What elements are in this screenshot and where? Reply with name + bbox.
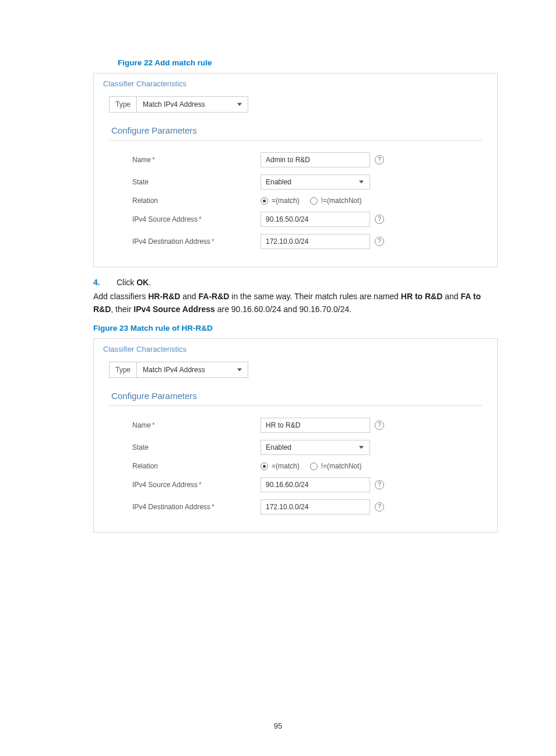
type-label: Type [109,96,136,113]
type-row: Type Match IPv4 Address [109,362,482,378]
step-number: 4. [93,278,117,287]
field-name: Admin to R&D ? [261,152,384,167]
radio-match-not[interactable] [310,463,318,470]
row-name: Name* Admin to R&D ? [109,152,482,167]
help-icon[interactable]: ? [375,155,384,164]
figure-23-panel: Classifier Characteristics Type Match IP… [93,338,498,533]
panel-title: Classifier Characteristics [102,341,489,362]
help-icon[interactable]: ? [375,237,384,246]
label-relation: Relation [109,197,261,205]
step-4: 4. Click OK. [93,278,498,287]
page-number: 95 [0,722,556,730]
required-marker: * [199,215,202,223]
row-state: State Enabled [109,440,482,455]
label-dst: IPv4 Destination Address* [109,503,261,511]
field-dst: 172.10.0.0/24 ? [261,499,384,514]
required-marker: * [212,503,214,511]
label-dst: IPv4 Destination Address* [109,237,261,246]
help-icon[interactable]: ? [375,215,384,224]
row-src: IPv4 Source Address* 90.16.60.0/24 ? [109,477,482,492]
type-row: Type Match IPv4 Address [109,96,482,113]
field-src: 90.16.60.0/24 ? [261,477,384,492]
dst-input[interactable]: 172.10.0.0/24 [261,499,370,514]
label-relation: Relation [109,462,261,470]
field-relation: =(match) !=(matchNot) [261,197,361,205]
relation-radio-group: =(match) !=(matchNot) [261,197,361,205]
state-select[interactable]: Enabled [261,440,370,455]
type-select-value: Match IPv4 Address [143,100,205,108]
form-grid: Name* HR to R&D ? State Enabled Relation [109,418,482,514]
relation-radio-group: =(match) !=(matchNot) [261,462,361,470]
field-name: HR to R&D ? [261,418,384,433]
figure-23-caption: Figure 23 Match rule of HR-R&D [93,324,498,332]
radio-match-not-label: !=(matchNot) [321,462,362,470]
row-dst: IPv4 Destination Address* 172.10.0.0/24 … [109,499,482,514]
panel-title: Classifier Characteristics [102,76,489,96]
row-relation: Relation =(match) !=(matchNot) [109,462,482,470]
src-input[interactable]: 90.16.60.0/24 [261,477,370,492]
field-state: Enabled [261,440,370,455]
required-marker: * [199,481,202,489]
form-grid: Name* Admin to R&D ? State Enabled Relat… [109,152,482,249]
name-input[interactable]: HR to R&D [261,418,370,433]
row-name: Name* HR to R&D ? [109,418,482,433]
row-src: IPv4 Source Address* 90.16.50.0/24 ? [109,212,482,227]
configure-parameters-title: Configure Parameters [109,391,482,406]
label-name: Name* [109,156,261,164]
dst-input[interactable]: 172.10.0.0/24 [261,234,370,249]
configure-parameters-title: Configure Parameters [109,125,482,141]
type-label: Type [109,362,136,378]
field-relation: =(match) !=(matchNot) [261,462,361,470]
label-state: State [109,178,261,186]
help-icon[interactable]: ? [375,421,384,430]
step-body: Click OK. [117,278,498,287]
chevron-down-icon [359,446,364,449]
radio-match-label: =(match) [272,197,300,205]
type-select[interactable]: Match IPv4 Address [136,96,248,113]
row-dst: IPv4 Destination Address* 172.10.0.0/24 … [109,234,482,249]
required-marker: * [212,237,214,246]
chevron-down-icon [237,369,242,372]
radio-match[interactable] [261,197,268,205]
paragraph-classifiers: Add classifiers HR-R&D and FA-R&D in the… [93,290,498,316]
radio-match[interactable] [261,463,268,470]
radio-match-not-label: !=(matchNot) [321,197,362,205]
figure-22-caption: Figure 22 Add match rule [118,58,498,67]
field-dst: 172.10.0.0/24 ? [261,234,384,249]
type-select-value: Match IPv4 Address [143,366,205,374]
chevron-down-icon [237,103,242,106]
type-select[interactable]: Match IPv4 Address [136,362,248,378]
help-icon[interactable]: ? [375,502,384,512]
document-page: Figure 22 Add match rule Classifier Char… [0,0,556,756]
label-name: Name* [109,421,261,429]
required-marker: * [152,421,155,429]
label-src: IPv4 Source Address* [109,215,261,223]
radio-match-not[interactable] [310,197,318,205]
row-state: State Enabled [109,174,482,190]
label-src: IPv4 Source Address* [109,481,261,489]
figure-22-panel: Classifier Characteristics Type Match IP… [93,73,498,267]
radio-match-label: =(match) [272,462,300,470]
required-marker: * [152,156,155,164]
field-state: Enabled [261,174,370,190]
help-icon[interactable]: ? [375,480,384,489]
chevron-down-icon [359,181,364,184]
label-state: State [109,443,261,452]
name-input[interactable]: Admin to R&D [261,152,370,167]
field-src: 90.16.50.0/24 ? [261,212,384,227]
state-select[interactable]: Enabled [261,174,370,190]
src-input[interactable]: 90.16.50.0/24 [261,212,370,227]
row-relation: Relation =(match) !=(matchNot) [109,197,482,205]
